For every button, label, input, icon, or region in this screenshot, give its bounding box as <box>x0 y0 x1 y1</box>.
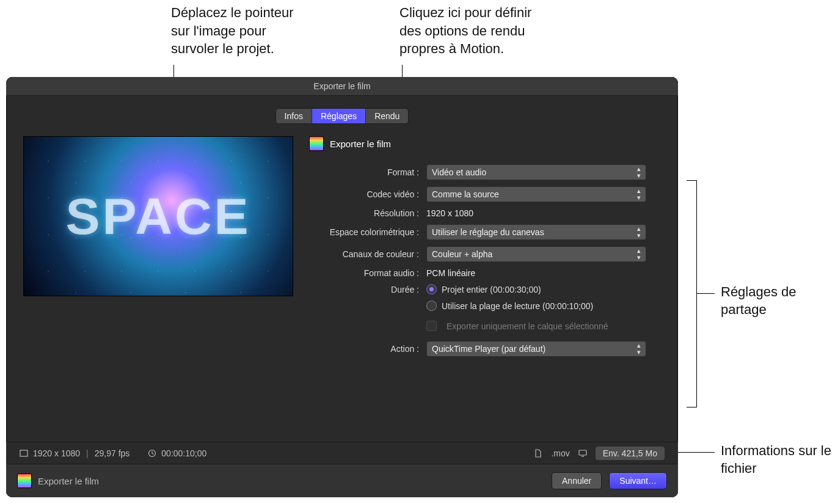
lead-fileinfo <box>678 452 715 453</box>
label-audio: Format audio : <box>309 268 419 278</box>
radio-duration-full-row[interactable]: Projet entier (00:00:30;00) <box>426 284 646 294</box>
label-colorspace: Espace colorimétrique : <box>309 227 419 237</box>
checkbox-export-selected <box>426 321 437 331</box>
radio-duration-full[interactable] <box>426 284 437 294</box>
info-strip: 1920 x 1080 | 29,97 fps 00:00:10;00 .mov… <box>6 442 678 464</box>
label-format: Format : <box>309 167 419 177</box>
svg-rect-2 <box>579 450 586 455</box>
popup-colorspace[interactable]: Utiliser le réglage du canevas ▴▾ <box>426 224 646 240</box>
side-label-share: Réglages de partage <box>721 283 835 318</box>
chevron-updown-icon: ▴▾ <box>637 342 641 356</box>
footer-title: Exporter le film <box>38 476 99 486</box>
clock-icon <box>148 449 156 458</box>
chevron-updown-icon: ▴▾ <box>637 225 641 239</box>
motion-app-icon <box>17 473 32 488</box>
popup-action-value: QuickTime Player (par défaut) <box>432 344 545 354</box>
section-header: Exporter le film <box>309 136 661 151</box>
chevron-updown-icon: ▴▾ <box>637 247 641 261</box>
motion-app-icon <box>309 136 324 151</box>
svg-rect-0 <box>20 450 27 456</box>
popup-channels[interactable]: Couleur + alpha ▴▾ <box>426 246 646 262</box>
label-resolution: Résolution : <box>309 208 419 218</box>
checkbox-export-selected-row: Exporter uniquement le calque sélectionn… <box>426 321 646 331</box>
value-audio: PCM linéaire <box>426 268 646 278</box>
frame-icon <box>20 449 28 458</box>
info-fps: 29,97 fps <box>95 448 130 458</box>
bracket-share <box>687 180 697 407</box>
label-codec: Codec vidéo : <box>309 189 419 199</box>
popup-format-value: Vidéo et audio <box>432 167 486 177</box>
bracket-share-lead <box>696 293 715 294</box>
window-title: Exporter le film <box>6 77 678 96</box>
callout-render: Cliquez ici pour définir des options de … <box>399 4 531 58</box>
info-size-pill: Env. 421,5 Mo <box>596 447 665 460</box>
side-label-fileinfo: Informations sur le fichier <box>721 442 835 477</box>
radio-duration-range-label: Utiliser la plage de lecture (00:00:10;0… <box>442 301 593 311</box>
tab-settings[interactable]: Réglages <box>312 109 366 123</box>
footer: Exporter le film Annuler Suivant… <box>6 464 678 497</box>
label-action: Action : <box>309 344 419 354</box>
chevron-updown-icon: ▴▾ <box>637 166 641 179</box>
popup-codec[interactable]: Comme la source ▴▾ <box>426 186 646 202</box>
section-title: Exporter le film <box>330 139 391 149</box>
next-button[interactable]: Suivant… <box>609 472 667 489</box>
tab-info[interactable]: Infos <box>276 109 312 123</box>
tab-render[interactable]: Rendu <box>366 109 408 123</box>
label-channels: Canaux de couleur : <box>309 249 419 259</box>
display-icon <box>578 449 587 458</box>
export-window: Exporter le film Infos Réglages Rendu SP… <box>6 77 678 497</box>
checkbox-export-selected-label: Exporter uniquement le calque sélectionn… <box>447 321 608 331</box>
value-resolution: 1920 x 1080 <box>426 208 646 218</box>
preview-thumbnail[interactable]: SPACE <box>23 136 293 296</box>
info-timecode: 00:00:10;00 <box>161 448 206 458</box>
radio-duration-full-label: Projet entier (00:00:30;00) <box>442 285 541 294</box>
file-icon <box>534 449 542 458</box>
radio-duration-range[interactable] <box>426 301 437 311</box>
chevron-updown-icon: ▴▾ <box>637 188 641 201</box>
popup-codec-value: Comme la source <box>432 189 499 199</box>
radio-duration-range-row[interactable]: Utiliser la plage de lecture (00:00:10;0… <box>426 301 646 311</box>
callout-preview: Déplacez le pointeur sur l'image pour su… <box>171 4 294 58</box>
info-ext: .mov <box>551 448 569 458</box>
popup-colorspace-value: Utiliser le réglage du canevas <box>432 227 544 237</box>
tab-bar: Infos Réglages Rendu <box>6 108 678 124</box>
label-duration: Durée : <box>309 285 419 294</box>
preview-text: SPACE <box>24 137 293 296</box>
cancel-button[interactable]: Annuler <box>552 472 602 489</box>
popup-format[interactable]: Vidéo et audio ▴▾ <box>426 164 646 180</box>
popup-action[interactable]: QuickTime Player (par défaut) ▴▾ <box>426 341 646 357</box>
popup-channels-value: Couleur + alpha <box>432 249 492 259</box>
info-dims: 1920 x 1080 <box>33 448 80 458</box>
